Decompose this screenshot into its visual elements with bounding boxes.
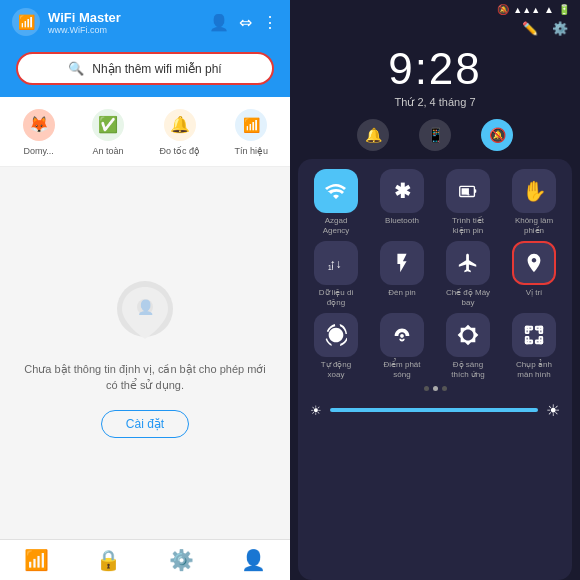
qs-hotspot-icon <box>380 313 424 357</box>
svg-rect-15 <box>474 189 476 193</box>
person-icon[interactable]: 👤 <box>209 13 229 32</box>
bottom-navigation: 📶 🔒 ⚙️ 👤 <box>0 539 290 580</box>
qs-wifi-label: AzgadAgency <box>323 216 350 235</box>
qs-autorotate-label: Tự độngxoay <box>321 360 351 379</box>
qs-airplane-icon <box>446 241 490 285</box>
bottom-nav-lock[interactable]: 🔒 <box>96 548 121 572</box>
qs-dnd[interactable]: ✋ Không làmphiền <box>504 169 564 235</box>
right-top-icons: ✏️ ⚙️ <box>290 19 580 40</box>
qs-location-label: Vị trí <box>526 288 543 298</box>
qs-hotspot-label: Điểm phátsóng <box>383 360 420 379</box>
qs-dnd-icon: ✋ <box>512 169 556 213</box>
lock-screen-time: 9:28 Thứ 2, 4 tháng 7 <box>290 40 580 111</box>
speed-label: Đo tốc độ <box>159 146 200 156</box>
brightness-track[interactable] <box>330 408 538 412</box>
search-icon: 🔍 <box>68 61 84 76</box>
bottom-nav-settings[interactable]: ⚙️ <box>169 548 194 572</box>
qs-wifi[interactable]: AzgadAgency <box>306 169 366 235</box>
qs-wifi-icon <box>314 169 358 213</box>
lock-time-display: 9:28 <box>290 44 580 94</box>
wifi-master-logo: 📶 <box>12 8 40 36</box>
svg-text:📶: 📶 <box>18 14 36 31</box>
action-domy[interactable]: 🦊 Domy... <box>21 107 57 156</box>
location-disabled-icon: 👤 <box>105 269 185 349</box>
action-antoan[interactable]: ✅ An toàn <box>90 107 126 156</box>
right-panel: 🔕 ▲▲▲ ▲ 🔋 ✏️ ⚙️ 9:28 Thứ 2, 4 tháng 7 🔔 … <box>290 0 580 580</box>
qs-brightness-label: Độ sángthích ứng <box>451 360 484 379</box>
app-subtitle: www.WiFi.com <box>48 25 121 35</box>
bottom-nav-profile[interactable]: 👤 <box>241 548 266 572</box>
header-icons: 👤 ⇔ ⋮ <box>209 13 278 32</box>
svg-text:+: + <box>466 191 470 198</box>
pencil-icon[interactable]: ✏️ <box>522 21 538 36</box>
right-status-bar: 🔕 ▲▲▲ ▲ 🔋 <box>290 0 580 19</box>
qs-autorotate[interactable]: Tự độngxoay <box>306 313 366 379</box>
qs-airplane[interactable]: Chế độ Máybay <box>438 241 498 307</box>
speed-icon: 🔔 <box>162 107 198 143</box>
qs-bluetooth-label: Bluetooth <box>385 216 419 226</box>
qs-bluetooth-icon: ✱ <box>380 169 424 213</box>
search-bar-area: 🔍 Nhận thêm wifi miễn phí <box>0 44 290 97</box>
search-wifi-button[interactable]: 🔍 Nhận thêm wifi miễn phí <box>16 52 274 85</box>
left-header: 📶 WiFi Master www.WiFi.com 👤 ⇔ ⋮ <box>0 0 290 44</box>
notification-bell-btn[interactable]: 🔔 <box>357 119 389 151</box>
qs-screenshot-label: Chụp ảnhmàn hình <box>516 360 552 379</box>
svg-text:🦊: 🦊 <box>29 115 49 134</box>
qs-dot-3 <box>442 386 447 391</box>
qs-autorotate-icon <box>314 313 358 357</box>
domy-icon: 🦊 <box>21 107 57 143</box>
signal-bars-icon: ▲▲▲ <box>513 5 540 15</box>
svg-text:📶: 📶 <box>243 117 261 134</box>
qs-battery-icon: + <box>446 169 490 213</box>
qs-page-dots <box>306 386 564 391</box>
qs-battery-label: Trình tiếtkiệm pin <box>452 216 484 235</box>
mute-btn[interactable]: 🔕 <box>481 119 513 151</box>
main-content: 👤 Chưa bật thông tin định vị, cần bật ch… <box>0 167 290 539</box>
qs-dot-2 <box>433 386 438 391</box>
phone-btn[interactable]: 📱 <box>419 119 451 151</box>
qs-flashlight-label: Đèn pin <box>388 288 416 298</box>
brightness-bar: ☀ ☀ <box>306 397 564 420</box>
left-panel: 📶 WiFi Master www.WiFi.com 👤 ⇔ ⋮ 🔍 Nhận … <box>0 0 290 580</box>
lock-date-display: Thứ 2, 4 tháng 7 <box>290 96 580 109</box>
qs-brightness-icon <box>446 313 490 357</box>
brightness-high-icon: ☀ <box>546 401 560 420</box>
quick-settings-grid: AzgadAgency ✱ Bluetooth + <box>306 169 564 380</box>
qs-mobiledata-icon: ↑↓ 1l <box>314 241 358 285</box>
battery-icon: 🔋 <box>558 4 570 15</box>
qs-location-icon <box>512 241 556 285</box>
no-location-text: Chưa bật thông tin định vị, cần bật cho … <box>20 361 270 394</box>
menu-icon[interactable]: ⋮ <box>262 13 278 32</box>
action-signal[interactable]: 📶 Tín hiệu <box>233 107 269 156</box>
qs-brightness[interactable]: Độ sángthích ứng <box>438 313 498 379</box>
qs-flashlight[interactable]: Đèn pin <box>372 241 432 307</box>
action-speed[interactable]: 🔔 Đo tốc độ <box>159 107 200 156</box>
qs-screenshot-icon <box>512 313 556 357</box>
search-btn-label: Nhận thêm wifi miễn phí <box>92 62 221 76</box>
expand-icon[interactable]: ⇔ <box>239 13 252 32</box>
qs-dnd-label: Không làmphiền <box>515 216 553 235</box>
qs-hotspot[interactable]: Điểm phátsóng <box>372 313 432 379</box>
qs-battery[interactable]: + Trình tiếtkiệm pin <box>438 169 498 235</box>
antoan-label: An toàn <box>93 146 124 156</box>
qs-mobiledata-label: Dữ liệu diđộng <box>319 288 353 307</box>
svg-text:1l: 1l <box>328 264 334 273</box>
svg-text:👤: 👤 <box>137 299 155 316</box>
qs-screenshot[interactable]: Chụp ảnhmàn hình <box>504 313 564 379</box>
qs-airplane-label: Chế độ Máybay <box>446 288 490 307</box>
svg-text:🔔: 🔔 <box>170 115 190 134</box>
qs-mobile-data[interactable]: ↑↓ 1l Dữ liệu diđộng <box>306 241 366 307</box>
antoan-icon: ✅ <box>90 107 126 143</box>
signal-icon: 📶 <box>233 107 269 143</box>
qs-bluetooth[interactable]: ✱ Bluetooth <box>372 169 432 235</box>
quick-actions: 🦊 Domy... ✅ An toàn 🔔 Đo tốc độ <box>0 97 290 167</box>
qs-dot-1 <box>424 386 429 391</box>
lock-icons-row: 🔔 📱 🔕 <box>290 111 580 159</box>
settings-icon[interactable]: ⚙️ <box>552 21 568 36</box>
install-button[interactable]: Cài đặt <box>101 410 189 438</box>
brightness-low-icon: ☀ <box>310 403 322 418</box>
qs-location[interactable]: Vị trí <box>504 241 564 307</box>
app-title: WiFi Master <box>48 10 121 25</box>
wifi-status-icon: ▲ <box>544 4 554 15</box>
bottom-nav-wifi[interactable]: 📶 <box>24 548 49 572</box>
